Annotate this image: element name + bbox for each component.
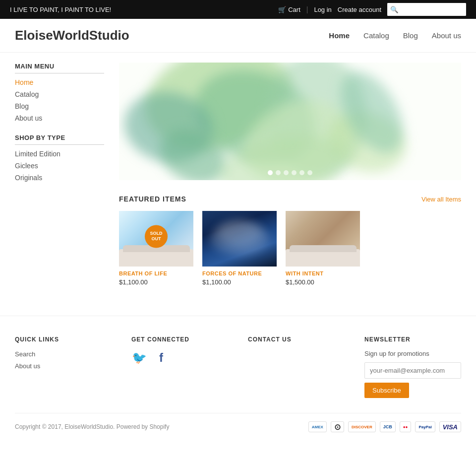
products-grid: SOLD OUT BREATH OF LIFE $1,100.00 FORCES…: [119, 211, 461, 286]
product-card-2[interactable]: FORCES OF NATURE $1,100.00: [202, 211, 277, 286]
visa-icon: VISA: [439, 421, 461, 432]
amex-icon: AMEX: [308, 421, 327, 432]
search-input[interactable]: [402, 3, 466, 16]
product-price-3: $1,500.00: [286, 278, 360, 286]
jcb-icon: JCB: [380, 421, 396, 432]
search-box: 🔍: [387, 3, 466, 16]
footer-get-connected: GET CONNECTED 🐦 f: [131, 336, 228, 398]
nav-about[interactable]: About us: [432, 31, 461, 40]
discover-icon: DISCOVER: [348, 421, 376, 432]
footer-newsletter: NEWSLETTER Sign up for promotions Subscr…: [364, 336, 461, 398]
sidebar-item-limited[interactable]: Limited Edition: [15, 150, 104, 158]
sidebar-item-blog[interactable]: Blog: [15, 102, 104, 110]
slide-image: [119, 63, 461, 180]
featured-title: FEATURED ITEMS: [119, 195, 186, 203]
dot-1[interactable]: [268, 170, 273, 175]
copyright: Copyright © 2017, EloiseWorldStudio. Pow…: [15, 423, 169, 430]
sidebar-link-catalog[interactable]: Catalog: [15, 90, 39, 98]
dot-6[interactable]: [307, 170, 312, 175]
footer-bottom: Copyright © 2017, EloiseWorldStudio. Pow…: [15, 413, 461, 432]
facebook-icon[interactable]: f: [153, 350, 169, 366]
subscribe-button[interactable]: Subscribe: [364, 383, 409, 398]
main-menu-title: MAIN MENU: [15, 63, 104, 73]
footer-link-about[interactable]: About us: [15, 362, 40, 370]
tagline: I LIVE TO PAINT, I PAINT TO LIVE!: [10, 6, 111, 13]
shop-by-type-title: SHOP BY TYPE: [15, 134, 104, 145]
sidebar-link-giclees[interactable]: Giclees: [15, 162, 38, 170]
social-icons: 🐦 f: [131, 350, 228, 366]
nav-blog[interactable]: Blog: [403, 31, 418, 40]
footer-contact-us: CONTACT US: [248, 336, 345, 398]
paypal-icon: PayPal: [415, 421, 435, 432]
get-connected-title: GET CONNECTED: [131, 336, 228, 343]
sidebar-link-home[interactable]: Home: [15, 78, 33, 86]
cart-link[interactable]: 🛒 Cart: [278, 6, 300, 13]
couch-1: [119, 249, 193, 267]
product-image-3: [286, 211, 360, 267]
footer-nav-about[interactable]: About us: [15, 362, 112, 370]
top-bar-right: 🛒 Cart | Log in Create account 🔍: [278, 3, 466, 16]
search-button[interactable]: 🔍: [387, 3, 402, 16]
sidebar-link-blog[interactable]: Blog: [15, 102, 29, 110]
cart-icon: 🛒: [278, 6, 286, 13]
product-price-2: $1,100.00: [202, 278, 277, 286]
product-card-3[interactable]: WITH INTENT $1,500.00: [286, 211, 360, 286]
payment-icons: AMEX ⊙ DISCOVER JCB ●● PayPal VISA: [308, 421, 461, 432]
product-name-1: BREATH OF LIFE: [119, 270, 193, 276]
main-nav: Home Catalog Blog About us: [329, 31, 461, 40]
featured-header: FEATURED ITEMS View all Items: [119, 195, 461, 203]
sidebar-link-originals[interactable]: Originals: [15, 174, 42, 182]
sidebar-item-about[interactable]: About us: [15, 114, 104, 122]
dot-5[interactable]: [299, 170, 304, 175]
product-name-2: FORCES OF NATURE: [202, 270, 277, 276]
main-content: FEATURED ITEMS View all Items SOLD OUT B…: [119, 63, 461, 286]
separator: |: [306, 5, 308, 13]
couch-3: [286, 249, 360, 267]
newsletter-text: Sign up for promotions: [364, 350, 461, 357]
product-card-1[interactable]: SOLD OUT BREATH OF LIFE $1,100.00: [119, 211, 193, 286]
sidebar-link-about[interactable]: About us: [15, 114, 42, 122]
dot-4[interactable]: [292, 170, 297, 175]
quick-links-title: QUICK LINKS: [15, 336, 112, 343]
site-header: EloiseWorldStudio Home Catalog Blog Abou…: [0, 19, 476, 53]
footer-nav-search[interactable]: Search: [15, 350, 112, 358]
top-bar: I LIVE TO PAINT, I PAINT TO LIVE! 🛒 Cart…: [0, 0, 476, 19]
contact-us-title: CONTACT US: [248, 336, 345, 343]
footer: QUICK LINKS Search About us GET CONNECTE…: [0, 316, 476, 442]
search-icon: 🔍: [390, 6, 399, 13]
product-name-3: WITH INTENT: [286, 270, 360, 276]
diners-icon: ⊙: [331, 421, 344, 432]
sidebar-shop-nav: Limited Edition Giclees Originals: [15, 150, 104, 182]
dot-3[interactable]: [284, 170, 289, 175]
slideshow[interactable]: [119, 63, 461, 180]
slideshow-dots: [268, 170, 312, 175]
site-logo[interactable]: EloiseWorldStudio: [15, 28, 129, 43]
footer-quick-links: QUICK LINKS Search About us: [15, 336, 112, 398]
nav-catalog[interactable]: Catalog: [363, 31, 389, 40]
sidebar: MAIN MENU Home Catalog Blog About us SHO…: [15, 63, 104, 286]
cart-label: Cart: [288, 6, 300, 13]
sidebar-item-catalog[interactable]: Catalog: [15, 90, 104, 98]
content-wrapper: MAIN MENU Home Catalog Blog About us SHO…: [0, 53, 476, 296]
login-link[interactable]: Log in: [314, 6, 331, 13]
view-all-link[interactable]: View all Items: [421, 196, 461, 203]
sidebar-item-home[interactable]: Home: [15, 78, 104, 86]
newsletter-title: NEWSLETTER: [364, 336, 461, 343]
footer-link-search[interactable]: Search: [15, 350, 35, 358]
mastercard-icon: ●●: [400, 421, 412, 432]
product-image-1: SOLD OUT: [119, 211, 193, 267]
dot-2[interactable]: [276, 170, 281, 175]
nav-home[interactable]: Home: [329, 31, 350, 40]
footer-grid: QUICK LINKS Search About us GET CONNECTE…: [15, 336, 461, 398]
product-price-1: $1,100.00: [119, 278, 193, 286]
twitter-icon[interactable]: 🐦: [131, 350, 147, 366]
footer-nav: Search About us: [15, 350, 112, 370]
sidebar-main-nav: Home Catalog Blog About us: [15, 78, 104, 122]
sidebar-item-giclees[interactable]: Giclees: [15, 162, 104, 170]
sidebar-link-limited[interactable]: Limited Edition: [15, 150, 60, 158]
newsletter-email-input[interactable]: [364, 362, 461, 379]
create-account-link[interactable]: Create account: [338, 6, 381, 13]
sidebar-item-originals[interactable]: Originals: [15, 174, 104, 182]
product-image-2: [202, 211, 277, 267]
sold-out-badge: SOLD OUT: [145, 225, 168, 248]
